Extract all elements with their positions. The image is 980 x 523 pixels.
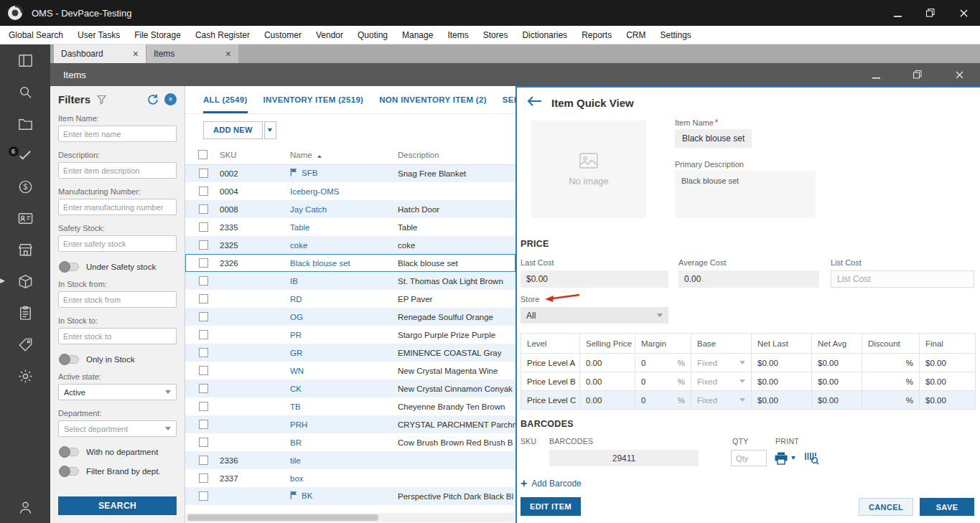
base-select[interactable]: Fixed	[691, 372, 752, 391]
table-row[interactable]: CK New Crystal Cinnamon Conyak	[185, 380, 515, 397]
user-icon[interactable]	[17, 499, 34, 516]
tab-close-icon[interactable]: ×	[133, 49, 139, 59]
sidebar-icon-payments[interactable]: $	[17, 179, 34, 195]
barcode-preview-icon[interactable]	[804, 449, 819, 466]
column-header-description[interactable]: Description	[393, 146, 515, 164]
in-stock-to-input[interactable]	[58, 328, 177, 344]
cell-margin[interactable]: 0%	[635, 372, 691, 391]
table-row[interactable]: BR Cow Brush Brown Red Brush B	[185, 433, 515, 451]
close-button[interactable]	[947, 0, 980, 26]
category-tab[interactable]: NON INVENTORY ITEM (2)	[379, 86, 487, 113]
row-checkbox[interactable]	[199, 330, 208, 339]
sidebar-icon-settings[interactable]	[17, 368, 34, 385]
sidebar-icon-tasks[interactable]: 6	[17, 147, 34, 164]
table-row[interactable]: OG Renegade Soulful Orange	[185, 308, 515, 326]
category-tab[interactable]: SERV	[503, 86, 515, 113]
table-row[interactable]: PR Stargo Purple Prize Purple	[185, 326, 515, 344]
item-name-input[interactable]	[58, 126, 177, 142]
edit-item-button[interactable]: EDIT ITEM	[521, 497, 581, 516]
column-header-sku[interactable]: SKU	[215, 146, 286, 164]
menu-item[interactable]: Global Search	[1, 26, 70, 44]
table-row[interactable]: 0002 SFB Snag Free Blanket	[185, 164, 515, 182]
row-checkbox[interactable]	[199, 204, 208, 214]
sidebar-icon-inventory[interactable]	[17, 273, 34, 290]
table-row[interactable]: 0008 Jay Catch Hatch Door	[185, 200, 515, 218]
table-row[interactable]: IB St. Thomas Oak Light Brown	[185, 272, 515, 290]
menu-item[interactable]: Cash Register	[188, 26, 257, 44]
barcode-input[interactable]	[549, 450, 699, 466]
with-no-department-toggle[interactable]	[60, 448, 79, 456]
cell-margin[interactable]: 0%	[635, 391, 691, 410]
row-checkbox[interactable]	[199, 312, 208, 321]
menu-item[interactable]: CRM	[619, 26, 653, 44]
row-checkbox[interactable]	[199, 258, 208, 268]
table-row[interactable]: TB Cheyenne Brandy Ten Brown	[185, 397, 515, 415]
print-button[interactable]	[774, 450, 795, 466]
back-arrow-icon[interactable]	[527, 96, 542, 109]
cell-selling-price[interactable]: 0.00	[580, 372, 635, 391]
menu-item[interactable]: Stores	[476, 26, 515, 44]
clear-filters-icon[interactable]: ×	[164, 93, 177, 105]
search-button[interactable]: SEARCH	[58, 496, 177, 515]
row-checkbox[interactable]	[199, 438, 208, 447]
workspace-tab[interactable]: Items ×	[146, 44, 238, 63]
add-new-dropdown-button[interactable]	[264, 121, 276, 139]
inner-close-button[interactable]	[938, 63, 980, 86]
base-select[interactable]: Fixed	[691, 354, 752, 372]
in-stock-from-input[interactable]	[58, 291, 177, 308]
sidebar-icon-dashboard[interactable]	[17, 52, 34, 69]
filter-brand-by-dept-toggle[interactable]	[60, 467, 79, 476]
table-row[interactable]: PRH CRYSTAL PARCHMENT Parchm	[185, 415, 515, 433]
inner-restore-button[interactable]	[897, 63, 938, 86]
manufacturing-number-input[interactable]	[58, 199, 177, 215]
select-all-checkbox[interactable]	[198, 150, 207, 159]
add-barcode-link[interactable]: + Add Barcode	[521, 478, 582, 489]
safety-stock-input[interactable]	[58, 235, 177, 252]
inner-minimize-button[interactable]	[855, 63, 897, 86]
refresh-icon[interactable]	[146, 93, 159, 105]
maximize-button[interactable]	[914, 0, 947, 26]
table-row[interactable]: 2337 box	[185, 469, 515, 487]
save-button[interactable]: SAVE	[920, 498, 974, 516]
row-checkbox[interactable]	[199, 222, 208, 232]
table-row[interactable]: 2335 Table Table	[185, 218, 515, 236]
table-row[interactable]: GR EMINENCE COASTAL Gray	[185, 344, 515, 362]
menu-item[interactable]: Items	[440, 26, 475, 44]
menu-item[interactable]: File Storage	[127, 26, 188, 44]
row-checkbox[interactable]	[199, 187, 208, 196]
menu-item[interactable]: Quoting	[350, 26, 395, 44]
qty-input[interactable]	[731, 450, 767, 466]
cell-margin[interactable]: 0%	[635, 354, 691, 372]
cell-discount[interactable]: %	[862, 354, 920, 372]
row-checkbox[interactable]	[199, 384, 208, 393]
sidebar-icon-tags[interactable]	[17, 336, 34, 353]
menu-item[interactable]: User Tasks	[70, 26, 127, 44]
row-checkbox[interactable]	[199, 276, 208, 286]
cancel-button[interactable]: CANCEL	[859, 498, 913, 516]
table-row[interactable]: 2336 tile	[185, 451, 515, 469]
row-checkbox[interactable]	[199, 491, 208, 501]
table-row[interactable]: 0004 Iceberg-OMS	[185, 182, 515, 200]
workspace-tab[interactable]: Dashboard ×	[54, 44, 146, 63]
table-row[interactable]: RD EP Paver	[185, 290, 515, 308]
add-new-button[interactable]: ADD NEW	[203, 121, 263, 139]
category-tab[interactable]: ALL (2549)	[203, 86, 248, 113]
under-safety-stock-toggle[interactable]	[60, 263, 79, 271]
cell-selling-price[interactable]: 0.00	[580, 354, 635, 372]
menu-item[interactable]: Settings	[653, 26, 698, 44]
row-checkbox[interactable]	[199, 366, 208, 375]
tab-close-icon[interactable]: ×	[225, 49, 231, 59]
sidebar-icon-search[interactable]	[17, 84, 34, 100]
cell-discount[interactable]: %	[862, 391, 920, 410]
row-checkbox[interactable]	[199, 240, 208, 250]
row-checkbox[interactable]	[199, 169, 208, 178]
sidebar-icon-documents[interactable]	[17, 116, 34, 132]
category-tab[interactable]: INVENTORY ITEM (2519)	[263, 86, 364, 113]
row-checkbox[interactable]	[199, 402, 208, 411]
list-cost-input[interactable]	[831, 270, 974, 288]
menu-item[interactable]: Vendor	[309, 26, 350, 44]
horizontal-scrollbar[interactable]	[186, 513, 515, 522]
store-select[interactable]: All	[521, 307, 668, 324]
column-header-name[interactable]: Name	[286, 146, 393, 164]
row-checkbox[interactable]	[199, 473, 208, 483]
